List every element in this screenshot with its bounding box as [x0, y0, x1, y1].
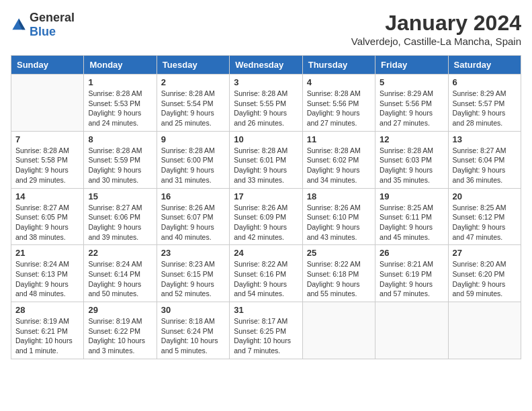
day-info: Sunrise: 8:23 AM Sunset: 6:15 PM Dayligh…	[161, 259, 225, 299]
day-number: 28	[15, 305, 79, 315]
calendar-day-cell: 20Sunrise: 8:25 AM Sunset: 6:12 PM Dayli…	[448, 188, 521, 245]
day-number: 7	[15, 134, 79, 144]
calendar-week-row: 14Sunrise: 8:27 AM Sunset: 6:05 PM Dayli…	[11, 188, 521, 245]
day-number: 5	[380, 77, 443, 87]
logo: General Blue	[11, 11, 75, 39]
day-number: 25	[307, 248, 371, 258]
day-number: 21	[15, 248, 79, 258]
day-number: 31	[234, 305, 298, 315]
calendar-day-cell: 31Sunrise: 8:17 AM Sunset: 6:25 PM Dayli…	[230, 302, 302, 359]
day-info: Sunrise: 8:28 AM Sunset: 5:56 PM Dayligh…	[307, 89, 371, 128]
weekday-header-tuesday: Tuesday	[157, 56, 229, 75]
day-info: Sunrise: 8:28 AM Sunset: 6:00 PM Dayligh…	[161, 146, 225, 185]
day-info: Sunrise: 8:28 AM Sunset: 6:02 PM Dayligh…	[307, 146, 371, 185]
weekday-header-monday: Monday	[84, 56, 157, 75]
calendar-day-cell: 4Sunrise: 8:28 AM Sunset: 5:56 PM Daylig…	[302, 75, 375, 132]
calendar-day-cell: 21Sunrise: 8:24 AM Sunset: 6:13 PM Dayli…	[11, 245, 84, 302]
calendar-week-row: 28Sunrise: 8:19 AM Sunset: 6:21 PM Dayli…	[11, 302, 521, 359]
calendar-day-cell: 9Sunrise: 8:28 AM Sunset: 6:00 PM Daylig…	[157, 131, 229, 188]
empty-cell	[11, 75, 84, 132]
calendar-day-cell: 7Sunrise: 8:28 AM Sunset: 5:58 PM Daylig…	[11, 131, 84, 188]
calendar-day-cell: 17Sunrise: 8:26 AM Sunset: 6:09 PM Dayli…	[230, 188, 302, 245]
page-header: General Blue January 2024 Valverdejo, Ca…	[11, 11, 521, 47]
day-number: 29	[88, 305, 152, 315]
calendar-day-cell: 25Sunrise: 8:22 AM Sunset: 6:18 PM Dayli…	[302, 245, 375, 302]
day-number: 6	[453, 77, 517, 87]
day-number: 8	[88, 134, 152, 144]
day-number: 14	[15, 191, 79, 201]
day-info: Sunrise: 8:29 AM Sunset: 5:56 PM Dayligh…	[380, 89, 443, 128]
calendar-week-row: 7Sunrise: 8:28 AM Sunset: 5:58 PM Daylig…	[11, 131, 521, 188]
empty-cell	[375, 302, 448, 359]
calendar-day-cell: 19Sunrise: 8:25 AM Sunset: 6:11 PM Dayli…	[375, 188, 448, 245]
day-number: 17	[234, 191, 298, 201]
day-number: 16	[161, 191, 225, 201]
calendar-day-cell: 15Sunrise: 8:27 AM Sunset: 6:06 PM Dayli…	[84, 188, 157, 245]
weekday-header-thursday: Thursday	[302, 56, 375, 75]
day-info: Sunrise: 8:19 AM Sunset: 6:21 PM Dayligh…	[15, 316, 79, 356]
calendar-day-cell: 23Sunrise: 8:23 AM Sunset: 6:15 PM Dayli…	[157, 245, 229, 302]
day-number: 23	[161, 248, 225, 258]
day-info: Sunrise: 8:28 AM Sunset: 6:03 PM Dayligh…	[380, 146, 443, 185]
calendar-day-cell: 14Sunrise: 8:27 AM Sunset: 6:05 PM Dayli…	[11, 188, 84, 245]
calendar-day-cell: 13Sunrise: 8:27 AM Sunset: 6:04 PM Dayli…	[448, 131, 521, 188]
calendar-day-cell: 11Sunrise: 8:28 AM Sunset: 6:02 PM Dayli…	[302, 131, 375, 188]
calendar-day-cell: 3Sunrise: 8:28 AM Sunset: 5:55 PM Daylig…	[230, 75, 302, 132]
day-info: Sunrise: 8:17 AM Sunset: 6:25 PM Dayligh…	[234, 316, 298, 356]
day-info: Sunrise: 8:27 AM Sunset: 6:04 PM Dayligh…	[453, 146, 517, 185]
location-title: Valverdejo, Castille-La Mancha, Spain	[351, 36, 521, 47]
day-number: 2	[161, 77, 225, 87]
calendar-day-cell: 24Sunrise: 8:22 AM Sunset: 6:16 PM Dayli…	[230, 245, 302, 302]
weekday-header-wednesday: Wednesday	[230, 56, 302, 75]
day-info: Sunrise: 8:28 AM Sunset: 5:59 PM Dayligh…	[88, 146, 152, 185]
title-block: January 2024 Valverdejo, Castille-La Man…	[351, 11, 521, 47]
logo-general: General	[30, 11, 75, 24]
calendar-day-cell: 28Sunrise: 8:19 AM Sunset: 6:21 PM Dayli…	[11, 302, 84, 359]
day-info: Sunrise: 8:28 AM Sunset: 5:54 PM Dayligh…	[161, 89, 225, 128]
day-number: 12	[380, 134, 443, 144]
calendar-day-cell: 26Sunrise: 8:21 AM Sunset: 6:19 PM Dayli…	[375, 245, 448, 302]
calendar-day-cell: 30Sunrise: 8:18 AM Sunset: 6:24 PM Dayli…	[157, 302, 229, 359]
day-number: 18	[307, 191, 371, 201]
day-number: 20	[453, 191, 517, 201]
day-info: Sunrise: 8:26 AM Sunset: 6:10 PM Dayligh…	[307, 203, 371, 242]
day-info: Sunrise: 8:19 AM Sunset: 6:22 PM Dayligh…	[88, 316, 152, 356]
calendar-day-cell: 2Sunrise: 8:28 AM Sunset: 5:54 PM Daylig…	[157, 75, 229, 132]
day-number: 4	[307, 77, 371, 87]
day-number: 11	[307, 134, 371, 144]
day-number: 1	[88, 77, 152, 87]
day-number: 19	[380, 191, 443, 201]
calendar-day-cell: 12Sunrise: 8:28 AM Sunset: 6:03 PM Dayli…	[375, 131, 448, 188]
day-info: Sunrise: 8:28 AM Sunset: 5:55 PM Dayligh…	[234, 89, 298, 128]
day-info: Sunrise: 8:22 AM Sunset: 6:18 PM Dayligh…	[307, 259, 371, 299]
day-number: 22	[88, 248, 152, 258]
calendar-day-cell: 1Sunrise: 8:28 AM Sunset: 5:53 PM Daylig…	[84, 75, 157, 132]
day-number: 15	[88, 191, 152, 201]
day-info: Sunrise: 8:27 AM Sunset: 6:05 PM Dayligh…	[15, 203, 79, 242]
calendar-day-cell: 16Sunrise: 8:26 AM Sunset: 6:07 PM Dayli…	[157, 188, 229, 245]
day-info: Sunrise: 8:26 AM Sunset: 6:07 PM Dayligh…	[161, 203, 225, 242]
day-number: 26	[380, 248, 443, 258]
day-number: 3	[234, 77, 298, 87]
calendar-week-row: 21Sunrise: 8:24 AM Sunset: 6:13 PM Dayli…	[11, 245, 521, 302]
day-number: 10	[234, 134, 298, 144]
calendar-day-cell: 10Sunrise: 8:28 AM Sunset: 6:01 PM Dayli…	[230, 131, 302, 188]
day-info: Sunrise: 8:26 AM Sunset: 6:09 PM Dayligh…	[234, 203, 298, 242]
day-info: Sunrise: 8:29 AM Sunset: 5:57 PM Dayligh…	[453, 89, 517, 128]
day-number: 24	[234, 248, 298, 258]
day-info: Sunrise: 8:28 AM Sunset: 6:01 PM Dayligh…	[234, 146, 298, 185]
day-info: Sunrise: 8:24 AM Sunset: 6:14 PM Dayligh…	[88, 259, 152, 299]
day-info: Sunrise: 8:28 AM Sunset: 5:58 PM Dayligh…	[15, 146, 79, 185]
weekday-header-friday: Friday	[375, 56, 448, 75]
day-info: Sunrise: 8:18 AM Sunset: 6:24 PM Dayligh…	[161, 316, 225, 356]
calendar-day-cell: 6Sunrise: 8:29 AM Sunset: 5:57 PM Daylig…	[448, 75, 521, 132]
logo-icon	[11, 17, 27, 33]
day-info: Sunrise: 8:21 AM Sunset: 6:19 PM Dayligh…	[380, 259, 443, 299]
day-info: Sunrise: 8:24 AM Sunset: 6:13 PM Dayligh…	[15, 259, 79, 299]
day-info: Sunrise: 8:27 AM Sunset: 6:06 PM Dayligh…	[88, 203, 152, 242]
weekday-header-saturday: Saturday	[448, 56, 521, 75]
logo-blue: Blue	[30, 25, 56, 38]
day-number: 27	[453, 248, 517, 258]
weekday-header-row: SundayMondayTuesdayWednesdayThursdayFrid…	[11, 56, 521, 75]
calendar-day-cell: 27Sunrise: 8:20 AM Sunset: 6:20 PM Dayli…	[448, 245, 521, 302]
